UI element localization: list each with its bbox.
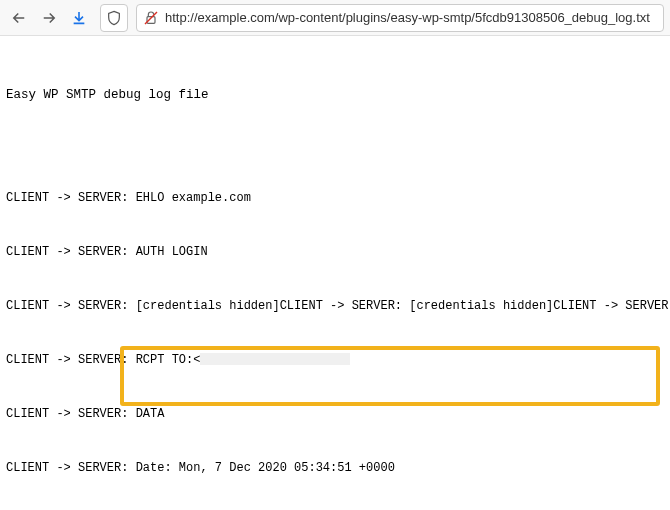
- log-line: CLIENT -> SERVER: AUTH LOGIN: [6, 243, 664, 261]
- browser-toolbar: http://example.com/wp-content/plugins/ea…: [0, 0, 670, 36]
- insecure-lock-icon: [143, 10, 159, 26]
- page-content: Easy WP SMTP debug log file CLIENT -> SE…: [0, 36, 670, 510]
- url-text: http://example.com/wp-content/plugins/ea…: [165, 10, 650, 25]
- log-line: CLIENT -> SERVER: RCPT TO:<: [6, 351, 664, 369]
- log-line: CLIENT -> SERVER: DATA: [6, 405, 664, 423]
- log-line: CLIENT -> SERVER: [credentials hidden]CL…: [6, 297, 664, 315]
- log-title: Easy WP SMTP debug log file: [6, 86, 664, 105]
- log-line: CLIENT -> SERVER: Date: Mon, 7 Dec 2020 …: [6, 459, 664, 477]
- back-button[interactable]: [6, 5, 32, 31]
- forward-button[interactable]: [36, 5, 62, 31]
- address-bar[interactable]: http://example.com/wp-content/plugins/ea…: [136, 4, 664, 32]
- log-body: CLIENT -> SERVER: EHLO example.com CLIEN…: [6, 153, 664, 510]
- log-line: CLIENT -> SERVER: EHLO example.com: [6, 189, 664, 207]
- download-button[interactable]: [66, 5, 92, 31]
- tracking-shield-button[interactable]: [100, 4, 128, 32]
